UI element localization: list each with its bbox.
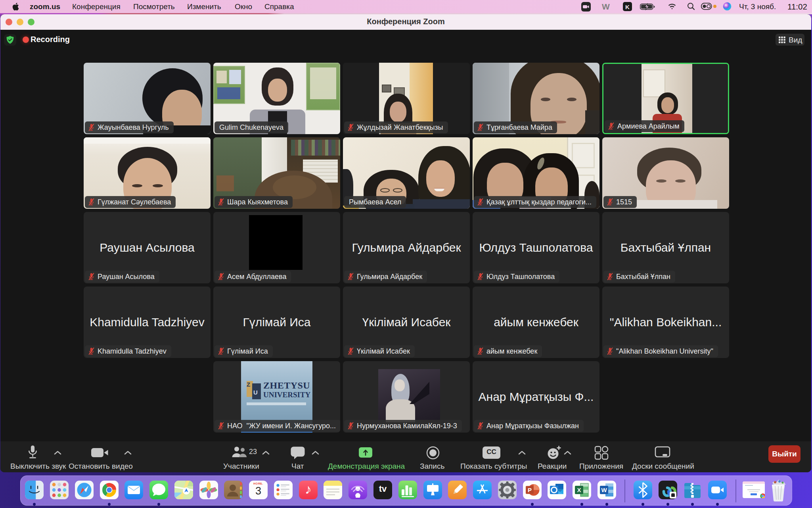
svg-text:W: W	[601, 487, 607, 493]
svg-text:X: X	[577, 487, 581, 493]
svg-text:P: P	[528, 487, 532, 493]
svg-text:W: W	[602, 2, 610, 11]
svg-text:K: K	[625, 4, 630, 10]
